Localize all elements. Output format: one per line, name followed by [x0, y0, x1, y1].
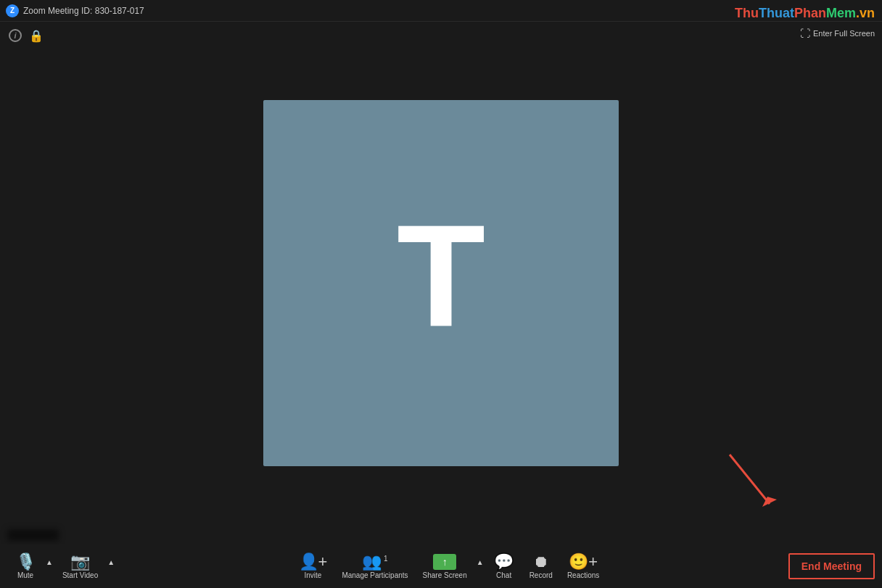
share-screen-label: Share Screen — [423, 571, 467, 579]
record-button[interactable]: ⏺ Record — [522, 551, 560, 582]
share-screen-button[interactable]: ↑ Share Screen — [416, 551, 474, 582]
start-video-label: Start Video — [62, 571, 98, 579]
avatar-letter: T — [397, 204, 485, 349]
mute-button[interactable]: 🎙️ Mute — [7, 551, 44, 582]
participants-icon: 👥 1 — [362, 554, 387, 570]
zoom-icon: Z — [6, 4, 19, 17]
share-screen-icon: ↑ — [433, 554, 456, 570]
fullscreen-label: Enter Full Screen — [813, 29, 875, 38]
end-meeting-button[interactable]: End Meeting — [788, 553, 875, 579]
video-icon: 📷 — [70, 554, 90, 570]
chat-icon: 💬 — [494, 554, 514, 570]
video-chevron[interactable]: ▲ — [105, 558, 117, 566]
chat-label: Chat — [496, 571, 511, 579]
svg-line-0 — [730, 455, 770, 504]
mute-icon: 🎙️ — [16, 554, 36, 570]
start-video-button[interactable]: 📷 Start Video — [55, 551, 105, 582]
chat-button[interactable]: 💬 Chat — [486, 551, 522, 582]
mute-chevron[interactable]: ▲ — [44, 558, 55, 566]
invite-label: Invite — [305, 571, 322, 579]
manage-participants-label: Manage Participants — [342, 571, 408, 579]
info-icon[interactable]: i — [9, 29, 22, 42]
record-icon: ⏺ — [533, 554, 549, 570]
avatar-tile: T — [263, 100, 619, 466]
reactions-button[interactable]: 🙂+ Reactions — [560, 551, 606, 582]
reactions-icon: 🙂+ — [569, 554, 598, 570]
invite-icon: 👤+ — [299, 554, 328, 570]
mute-label: Mute — [17, 571, 33, 579]
meeting-id-label: Zoom Meeting ID: 830-187-017 — [23, 6, 144, 16]
lock-icon: 🔒 — [29, 29, 44, 43]
fullscreen-icon: ⛶ — [800, 28, 810, 39]
top-left-icons: i 🔒 — [9, 29, 44, 43]
zoom-logo: Z Zoom Meeting ID: 830-187-017 — [6, 4, 144, 17]
invite-button[interactable]: 👤+ Invite — [292, 551, 335, 582]
name-tag: Your Name — [7, 529, 59, 541]
manage-participants-button[interactable]: 👥 1 Manage Participants — [334, 551, 415, 582]
watermark: ThuThuatPhanMem.vn — [735, 6, 875, 21]
share-screen-chevron[interactable]: ▲ — [474, 558, 486, 566]
reactions-label: Reactions — [567, 571, 599, 579]
participants-count: 1 — [382, 554, 387, 562]
fullscreen-button[interactable]: ⛶ Enter Full Screen — [800, 28, 875, 39]
red-arrow — [722, 447, 780, 515]
record-label: Record — [529, 571, 553, 579]
toolbar: 🎙️ Mute ▲ 📷 Start Video ▲ 👤+ Invite 👥 1 … — [0, 544, 882, 588]
